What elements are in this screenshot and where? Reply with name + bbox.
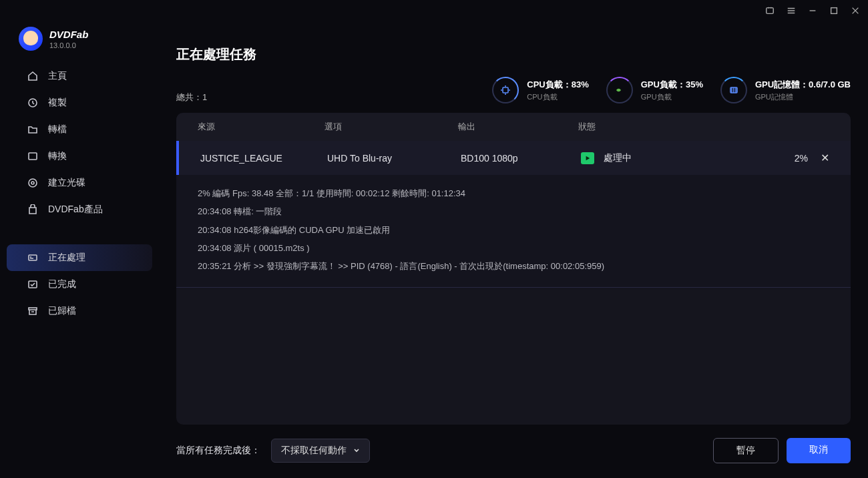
mem-label: GPU記憶體：0.6/7.0 GB xyxy=(755,79,851,91)
col-status: 狀態 xyxy=(578,121,732,133)
updates-icon[interactable] xyxy=(765,6,775,15)
sidebar-item-done[interactable]: 已完成 xyxy=(7,271,152,298)
titlebar xyxy=(0,0,868,21)
gpu-ring-icon xyxy=(606,77,633,103)
minimize-icon[interactable] xyxy=(808,6,817,15)
maximize-icon[interactable] xyxy=(829,6,839,15)
col-options: 選項 xyxy=(324,121,458,133)
footer: 當所有任務完成後： 不採取任何動作 暫停 取消 xyxy=(176,425,851,478)
cell-status: 處理中 xyxy=(604,152,632,164)
home-icon xyxy=(27,70,39,82)
folder-icon xyxy=(27,124,39,136)
content: 正在處理任務 總共：1 CPU負載：83% CPU負載 GPU負載：35 xyxy=(159,21,868,478)
sidebar-item-create-disc[interactable]: 建立光碟 xyxy=(7,170,152,196)
system-stats: CPU負載：83% CPU負載 GPU負載：35% GPU負載 xyxy=(492,77,851,103)
sidebar-item-processing[interactable]: 正在處理 xyxy=(7,244,152,271)
when-done-label: 當所有任務完成後： xyxy=(176,445,260,457)
pause-button[interactable]: 暫停 xyxy=(713,438,779,463)
cell-source: JUSTICE_LEAGUE xyxy=(200,153,327,164)
clock-icon xyxy=(27,97,39,109)
archive-icon xyxy=(27,305,39,317)
cpu-sub: CPU負載 xyxy=(527,92,588,102)
svg-point-5 xyxy=(31,182,34,184)
col-source: 來源 xyxy=(198,121,324,133)
sidebar-item-products[interactable]: DVDFab產品 xyxy=(7,196,152,223)
svg-rect-6 xyxy=(29,255,37,260)
cell-options: UHD To Blu-ray xyxy=(327,153,461,164)
sidebar: DVDFab 13.0.0.0 主頁 複製 轉檔 轉換 建立光碟 DVDFab產… xyxy=(0,21,159,478)
svg-rect-9 xyxy=(503,87,508,93)
cancel-button[interactable]: 取消 xyxy=(787,438,851,463)
log-line: 20:34:08 轉檔: 一階段 xyxy=(198,202,829,220)
sidebar-item-label: 複製 xyxy=(48,97,67,109)
svg-rect-8 xyxy=(29,308,37,310)
bag-icon xyxy=(27,204,39,216)
sidebar-item-label: DVDFab產品 xyxy=(48,204,103,216)
log-panel: 2% 編碼 Fps: 38.48 全部：1/1 使用時間: 00:02:12 剩… xyxy=(176,175,851,288)
card-icon xyxy=(27,252,39,264)
when-done-select[interactable]: 不採取任何動作 xyxy=(271,439,370,463)
app-logo-icon xyxy=(19,27,43,51)
sidebar-item-label: 轉檔 xyxy=(48,124,67,136)
svg-rect-0 xyxy=(767,8,774,14)
cpu-label: CPU負載：83% xyxy=(527,79,588,91)
log-line: 2% 編碼 Fps: 38.48 全部：1/1 使用時間: 00:02:12 剩… xyxy=(198,184,829,202)
app-version: 13.0.0.0 xyxy=(49,41,88,49)
task-panel: 來源 選項 輸出 狀態 JUSTICE_LEAGUE UHD To Blu-ra… xyxy=(176,113,851,425)
sidebar-item-label: 主頁 xyxy=(48,70,67,82)
mem-ring-icon xyxy=(720,77,747,103)
log-line: 20:35:21 分析 >> 發現強制字幕流！ >> PID (4768) - … xyxy=(198,257,829,275)
play-icon xyxy=(581,152,594,164)
sidebar-item-home[interactable]: 主頁 xyxy=(7,63,152,89)
sidebar-item-copy[interactable]: 複製 xyxy=(7,89,152,116)
col-output: 輸出 xyxy=(458,121,578,133)
sidebar-item-transform[interactable]: 轉換 xyxy=(7,143,152,170)
app-name: DVDFab xyxy=(49,29,88,40)
total-count: 總共：1 xyxy=(176,91,207,103)
chevron-down-icon xyxy=(353,445,360,456)
log-line: 20:34:08 h264影像編碼的 CUDA GPU 加速已啟用 xyxy=(198,221,829,239)
sidebar-item-label: 已歸檔 xyxy=(48,305,76,317)
check-icon xyxy=(27,278,39,290)
mem-sub: GPU記憶體 xyxy=(755,92,851,102)
sidebar-item-archived[interactable]: 已歸檔 xyxy=(7,298,152,324)
sidebar-item-convert[interactable]: 轉檔 xyxy=(7,116,152,143)
sidebar-item-label: 建立光碟 xyxy=(48,177,85,189)
task-remove-icon[interactable]: ✕ xyxy=(821,152,829,164)
log-line: 20:34:08 源片 ( 00015.m2ts ) xyxy=(198,239,829,257)
cpu-ring-icon xyxy=(492,77,519,103)
close-icon[interactable] xyxy=(851,6,860,15)
page-title: 正在處理任務 xyxy=(176,45,851,63)
brand: DVDFab 13.0.0.0 xyxy=(0,21,159,63)
sidebar-item-label: 轉換 xyxy=(48,150,67,162)
sidebar-item-label: 已完成 xyxy=(48,278,76,290)
menu-icon[interactable] xyxy=(787,6,796,15)
svg-rect-3 xyxy=(29,153,37,160)
select-value: 不採取任何動作 xyxy=(281,445,347,457)
gpu-sub: GPU負載 xyxy=(641,92,703,102)
sidebar-item-label: 正在處理 xyxy=(48,252,85,264)
cell-progress: 2% xyxy=(734,153,808,164)
svg-rect-1 xyxy=(831,8,837,14)
table-header: 來源 選項 輸出 狀態 xyxy=(176,113,851,141)
svg-point-4 xyxy=(29,179,37,187)
cell-output: BD100 1080p xyxy=(461,153,581,164)
table-row[interactable]: JUSTICE_LEAGUE UHD To Blu-ray BD100 1080… xyxy=(176,141,851,175)
gpu-label: GPU負載：35% xyxy=(641,79,703,91)
rect-icon xyxy=(27,150,39,162)
disc-icon xyxy=(27,177,39,189)
